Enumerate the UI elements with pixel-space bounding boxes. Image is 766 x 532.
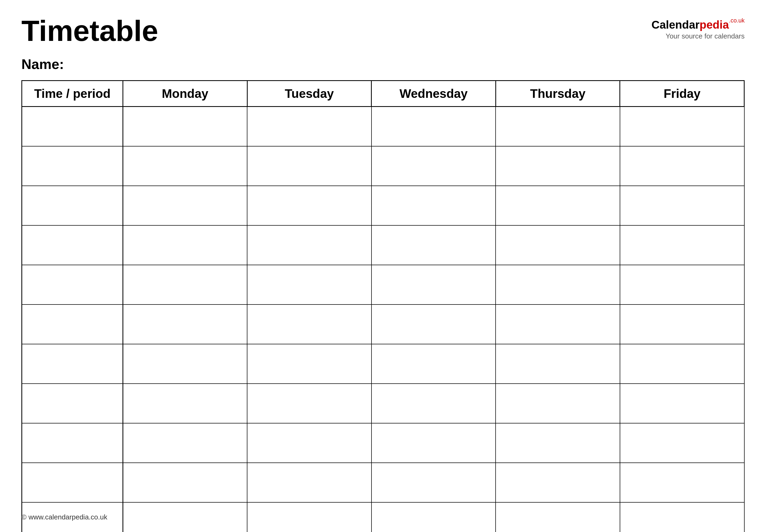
header: Timetable Calendarpedia.co.uk Your sourc… [21,16,745,45]
table-cell[interactable] [123,384,247,423]
table-cell[interactable] [371,384,496,423]
table-cell[interactable] [620,384,744,423]
table-cell[interactable] [496,344,620,384]
table-row [22,304,744,344]
table-cell[interactable] [22,225,123,265]
logo-area: Calendarpedia.co.uk Your source for cale… [652,19,745,40]
table-cell[interactable] [247,265,371,304]
table-cell[interactable] [247,463,371,502]
table-row [22,146,744,186]
table-cell[interactable] [22,107,123,146]
table-cell[interactable] [496,107,620,146]
table-cell[interactable] [22,463,123,502]
table-cell[interactable] [247,186,371,225]
table-cell[interactable] [123,225,247,265]
table-cell[interactable] [620,423,744,463]
logo-calendar: Calendar [652,18,700,31]
table-cell[interactable] [620,265,744,304]
table-cell[interactable] [371,423,496,463]
timetable: Time / period Monday Tuesday Wednesday T… [21,80,745,532]
table-row [22,344,744,384]
table-cell[interactable] [620,463,744,502]
table-cell[interactable] [123,304,247,344]
table-cell[interactable] [123,107,247,146]
table-cell[interactable] [371,265,496,304]
table-cell[interactable] [371,502,496,532]
table-cell[interactable] [371,107,496,146]
col-header-friday: Friday [620,81,744,107]
table-cell[interactable] [496,225,620,265]
table-cell[interactable] [247,344,371,384]
table-cell[interactable] [620,225,744,265]
table-cell[interactable] [123,502,247,532]
table-row [22,225,744,265]
table-cell[interactable] [247,304,371,344]
table-cell[interactable] [371,225,496,265]
table-cell[interactable] [22,146,123,186]
table-cell[interactable] [247,384,371,423]
table-cell[interactable] [123,146,247,186]
table-cell[interactable] [371,344,496,384]
logo-couk: .co.uk [729,17,745,24]
table-row [22,186,744,225]
table-cell[interactable] [496,463,620,502]
logo-pedia: pedia [700,18,729,31]
table-cell[interactable] [496,146,620,186]
table-row [22,463,744,502]
table-cell[interactable] [123,423,247,463]
col-header-wednesday: Wednesday [371,81,496,107]
table-cell[interactable] [123,265,247,304]
col-header-time: Time / period [22,81,123,107]
table-cell[interactable] [620,304,744,344]
col-header-monday: Monday [123,81,247,107]
col-header-thursday: Thursday [496,81,620,107]
table-row [22,384,744,423]
table-cell[interactable] [22,344,123,384]
table-cell[interactable] [496,502,620,532]
logo-text: Calendarpedia.co.uk [652,19,745,31]
table-cell[interactable] [371,304,496,344]
footer-url: © www.calendarpedia.co.uk [21,513,107,521]
logo-tagline: Your source for calendars [666,32,745,40]
table-cell[interactable] [371,146,496,186]
table-cell[interactable] [496,186,620,225]
table-row [22,107,744,146]
table-cell[interactable] [22,423,123,463]
table-cell[interactable] [496,265,620,304]
table-cell[interactable] [123,186,247,225]
table-cell[interactable] [22,304,123,344]
table-cell[interactable] [247,423,371,463]
table-cell[interactable] [247,107,371,146]
table-cell[interactable] [123,463,247,502]
table-row [22,265,744,304]
table-cell[interactable] [22,186,123,225]
table-cell[interactable] [247,225,371,265]
table-cell[interactable] [620,344,744,384]
timetable-wrapper: Time / period Monday Tuesday Wednesday T… [21,80,745,532]
table-cell[interactable] [22,265,123,304]
table-cell[interactable] [620,186,744,225]
table-header-row: Time / period Monday Tuesday Wednesday T… [22,81,744,107]
table-row [22,423,744,463]
table-cell[interactable] [620,107,744,146]
table-cell[interactable] [371,186,496,225]
table-cell[interactable] [496,423,620,463]
table-row [22,502,744,532]
table-cell[interactable] [620,146,744,186]
table-cell[interactable] [247,146,371,186]
table-cell[interactable] [620,502,744,532]
table-cell[interactable] [22,384,123,423]
col-header-tuesday: Tuesday [247,81,371,107]
table-cell[interactable] [123,344,247,384]
table-cell[interactable] [371,463,496,502]
table-cell[interactable] [247,502,371,532]
table-cell[interactable] [496,304,620,344]
table-cell[interactable] [496,384,620,423]
page-title: Timetable [21,16,158,45]
name-label: Name: [21,56,745,72]
